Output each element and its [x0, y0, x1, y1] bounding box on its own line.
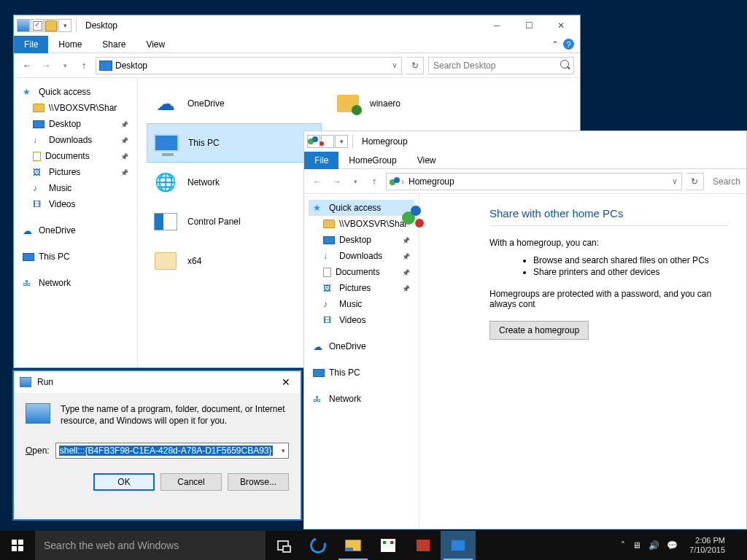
app-icon: [417, 540, 430, 551]
ok-button[interactable]: OK: [93, 473, 155, 491]
search-input[interactable]: Search: [708, 173, 740, 190]
nav-item-videos[interactable]: Videos: [18, 196, 133, 212]
start-button[interactable]: [0, 531, 35, 560]
tile-network[interactable]: Network: [147, 163, 322, 202]
homegroup-intro: With a homegroup, you can:: [438, 238, 727, 248]
address-dropdown-icon[interactable]: v: [668, 177, 681, 185]
tab-share[interactable]: Share: [92, 36, 136, 53]
titlebar[interactable]: Homegroup: [304, 131, 746, 152]
cancel-button[interactable]: Cancel: [160, 473, 222, 491]
volume-icon[interactable]: 🔊: [649, 540, 659, 551]
nav-onedrive[interactable]: OneDrive: [18, 222, 133, 238]
nav-item-pictures[interactable]: Pictures: [309, 280, 414, 296]
address-dropdown-icon[interactable]: v: [388, 61, 401, 69]
taskbar-edge[interactable]: [301, 531, 336, 560]
refresh-button[interactable]: ↻: [406, 57, 424, 74]
nav-item-downloads[interactable]: Downloads: [18, 132, 133, 148]
minimize-button[interactable]: ─: [481, 15, 513, 36]
open-input-value: shell:::{B4FB3F98-C1EA-428d-A78A-D1F5659…: [59, 446, 273, 456]
forward-button[interactable]: →: [39, 58, 53, 73]
pin-icon: [120, 120, 128, 128]
network-icon: [313, 394, 325, 404]
address-bar[interactable]: Desktop v: [96, 57, 402, 74]
nav-item-videos[interactable]: Videos: [309, 312, 414, 328]
taskbar-app[interactable]: [406, 531, 441, 560]
up-button[interactable]: ↑: [77, 58, 91, 73]
help-icon[interactable]: ?: [563, 39, 574, 50]
tab-view[interactable]: View: [136, 36, 175, 53]
address-bar[interactable]: › Homegroup v: [386, 173, 682, 190]
forward-button[interactable]: →: [329, 174, 344, 189]
qat-dropdown-icon[interactable]: [335, 135, 348, 148]
nav-item-music[interactable]: Music: [18, 180, 133, 196]
nav-item-vboxsvr[interactable]: \\VBOXSVR\Shar: [18, 100, 133, 116]
network-icon: [23, 278, 34, 288]
tile-control-panel[interactable]: Control Panel: [147, 202, 322, 241]
tab-file[interactable]: File: [304, 152, 338, 169]
nav-onedrive[interactable]: OneDrive: [309, 338, 414, 354]
task-view-button[interactable]: [266, 531, 301, 560]
properties-icon[interactable]: [17, 19, 30, 32]
tile-winaero[interactable]: winaero: [329, 84, 504, 123]
taskbar-store[interactable]: [371, 531, 406, 560]
up-button[interactable]: ↑: [367, 174, 382, 189]
clock[interactable]: 2:06 PM 7/10/2015: [685, 536, 729, 554]
nav-quick-access[interactable]: Quick access: [18, 84, 133, 100]
browse-button[interactable]: Browse...: [228, 473, 289, 491]
titlebar[interactable]: Desktop ─ ☐ ✕: [14, 15, 580, 36]
tray-expand-icon[interactable]: ˄: [621, 540, 625, 551]
tab-file[interactable]: File: [14, 36, 48, 53]
folder-icon: [323, 219, 335, 228]
close-button[interactable]: ✕: [545, 15, 577, 36]
music-icon: [33, 183, 44, 193]
taskbar-search-input[interactable]: Search the web and Windows: [35, 531, 266, 560]
tile-x64[interactable]: x64: [147, 241, 322, 281]
dropdown-icon[interactable]: ▾: [282, 447, 285, 454]
refresh-button[interactable]: ↻: [686, 173, 704, 190]
open-input[interactable]: shell:::{B4FB3F98-C1EA-428d-A78A-D1F5659…: [55, 443, 289, 459]
nav-quick-access[interactable]: Quick access: [309, 200, 414, 216]
ribbon-tabs: File HomeGroup View: [304, 152, 746, 169]
history-dropdown-icon[interactable]: ▾: [348, 174, 363, 189]
pictures-icon: [323, 283, 335, 293]
search-input[interactable]: Search Desktop: [428, 57, 574, 74]
close-button[interactable]: ✕: [277, 376, 295, 388]
tab-homegroup[interactable]: HomeGroup: [338, 152, 406, 169]
history-dropdown-icon[interactable]: ▾: [58, 58, 72, 73]
network-tray-icon[interactable]: 🖥: [632, 540, 641, 551]
nav-item-desktop[interactable]: Desktop: [309, 232, 414, 248]
nav-item-downloads[interactable]: Downloads: [309, 248, 414, 264]
nav-this-pc[interactable]: This PC: [309, 365, 414, 381]
homegroup-icon[interactable]: [307, 135, 320, 148]
checkbox-icon[interactable]: [31, 19, 44, 32]
tab-home[interactable]: Home: [48, 36, 92, 53]
taskbar-explorer[interactable]: [336, 531, 371, 560]
create-homegroup-button[interactable]: Create a homegroup: [489, 321, 589, 340]
notifications-icon[interactable]: 💬: [667, 540, 678, 551]
nav-item-documents[interactable]: Documents: [18, 148, 133, 164]
nav-item-vboxsvr[interactable]: \\VBOXSVR\Shar: [309, 216, 414, 232]
tab-view[interactable]: View: [407, 152, 446, 169]
video-icon: [33, 199, 44, 209]
nav-item-documents[interactable]: Documents: [309, 264, 414, 280]
tile-this-pc[interactable]: This PC: [147, 123, 322, 163]
nav-this-pc[interactable]: This PC: [18, 249, 133, 265]
nav-item-desktop[interactable]: Desktop: [18, 116, 133, 132]
folder-icon[interactable]: [44, 19, 58, 32]
collapse-ribbon-icon[interactable]: [551, 39, 559, 50]
taskbar-control-panel[interactable]: [441, 531, 476, 560]
qat-dropdown-icon[interactable]: [58, 19, 71, 32]
task-view-icon: [277, 540, 289, 551]
tile-onedrive[interactable]: OneDrive: [147, 84, 322, 123]
nav-item-pictures[interactable]: Pictures: [18, 164, 133, 180]
search-placeholder: Search the web and Windows: [44, 540, 179, 551]
nav-network[interactable]: Network: [18, 275, 133, 291]
maximize-button[interactable]: ☐: [513, 15, 545, 36]
pin-icon: [402, 252, 410, 260]
back-button[interactable]: ←: [20, 58, 34, 73]
titlebar[interactable]: Run ✕: [14, 371, 301, 393]
nav-network[interactable]: Network: [309, 391, 414, 407]
clock-time: 2:06 PM: [689, 536, 725, 545]
back-button[interactable]: ←: [310, 174, 325, 189]
nav-item-music[interactable]: Music: [309, 296, 414, 312]
